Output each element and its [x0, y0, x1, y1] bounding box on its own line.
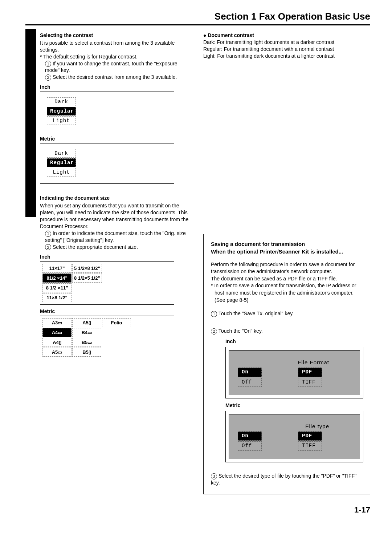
- step7-l1: In order to indicate the document size, …: [45, 230, 186, 243]
- tiff-button[interactable]: TIFF: [298, 378, 322, 387]
- size-button[interactable]: A5▭: [42, 348, 72, 357]
- inch-label: Inch: [40, 254, 192, 260]
- circled-2-icon: 2: [211, 328, 217, 335]
- page-number: 1-17: [25, 505, 370, 515]
- section-header: Section 1 Fax Operation Basic Use: [25, 11, 370, 25]
- size-button[interactable]: Folio: [102, 318, 131, 327]
- step6-sidebar: [25, 29, 36, 217]
- save-s3: Select the desired type of file by touch…: [211, 473, 356, 486]
- dc-dark: Dark: For transmitting light documents a…: [203, 39, 370, 46]
- step6-title: Selecting the contrast: [40, 32, 192, 39]
- save-s1: Touch the "Save Tx. original" key.: [219, 311, 294, 316]
- step7-l2: Select the appropriate document size.: [53, 244, 138, 250]
- dc-regular: Regular: For transmitting document with …: [203, 46, 370, 53]
- metric-label: Metric: [40, 308, 192, 314]
- light-button[interactable]: Light: [47, 168, 76, 177]
- circled-1-icon: 1: [211, 311, 217, 317]
- save-p3: * In order to save a document for transm…: [211, 282, 363, 304]
- regular-button[interactable]: Regular: [47, 158, 76, 167]
- size-inch-panel: 11×17" 81/2 ×14" 8 1/2 ×11" 11×8 1/2" 5 …: [40, 261, 174, 305]
- dark-button[interactable]: Dark: [47, 149, 76, 158]
- size-button[interactable]: 81/2 ×14": [42, 274, 72, 283]
- pdf-button[interactable]: PDF: [298, 432, 322, 441]
- contrast-metric-panel: Dark Regular Light: [40, 143, 174, 184]
- dc-light: Light: For transmitting dark documents a…: [203, 53, 370, 60]
- size-button[interactable]: 8 1/2×5 1/2": [72, 274, 102, 283]
- circled-2-icon: 2: [45, 244, 51, 250]
- save-p2: The document can be saved as a PDF file …: [211, 275, 363, 283]
- circled-2-icon: 2: [45, 74, 51, 81]
- circled-1-icon: 1: [45, 61, 51, 67]
- circled-1-icon: 1: [45, 231, 51, 237]
- size-metric-panel: A3▭ A4▭ A4▯ A5▭ A5▯ B4▭ B5▭ B5▯ Folio: [40, 316, 174, 359]
- file-type-label: File type: [238, 422, 351, 430]
- save-inch-panel: File Format On Off PDF TIFF: [229, 350, 360, 395]
- step6-note: * The default setting is for Regular con…: [40, 53, 192, 60]
- save-s2: Touch the "On" key.: [219, 328, 263, 334]
- size-button[interactable]: 8 1/2 ×11": [42, 283, 72, 292]
- on-button[interactable]: On: [238, 432, 262, 441]
- step7-title: Indicating the document size: [40, 195, 192, 202]
- save-p1: Perform the following procedure in order…: [211, 261, 363, 275]
- size-button[interactable]: 11×8 1/2": [42, 293, 72, 302]
- save-metric-panel: File type On Off PDF TIFF: [229, 414, 360, 459]
- contrast-inch-panel: Dark Regular Light: [40, 92, 174, 132]
- step6-l2: Select the desired contrast from among t…: [53, 74, 177, 80]
- size-button[interactable]: 5 1/2×8 1/2": [72, 264, 102, 273]
- step7-desc: When you set any documents that you want…: [40, 202, 192, 230]
- off-button[interactable]: Off: [238, 378, 262, 387]
- file-format-label: File Format: [238, 358, 351, 366]
- size-button[interactable]: A3▭: [42, 318, 72, 327]
- size-button[interactable]: B4▭: [72, 328, 101, 337]
- doc-contrast-title: ● Document contrast: [203, 32, 370, 39]
- light-button[interactable]: Light: [47, 116, 76, 125]
- size-button[interactable]: A5▯: [72, 318, 101, 327]
- size-button[interactable]: B5▭: [72, 338, 101, 347]
- pdf-button[interactable]: PDF: [298, 368, 322, 377]
- step6-desc: It is possible to select a contrast from…: [40, 40, 192, 53]
- dark-button[interactable]: Dark: [47, 97, 76, 106]
- size-button[interactable]: A4▯: [42, 338, 72, 347]
- size-button[interactable]: B5▯: [72, 348, 101, 357]
- size-button[interactable]: 11×17": [42, 264, 72, 273]
- inch-label: Inch: [40, 84, 192, 90]
- regular-button[interactable]: Regular: [47, 107, 76, 116]
- off-button[interactable]: Off: [238, 441, 262, 451]
- circled-3-icon: 3: [211, 473, 217, 479]
- size-button[interactable]: A4▭: [42, 328, 72, 337]
- save-box: Saving a document for transmission When …: [203, 234, 370, 495]
- on-button[interactable]: On: [238, 368, 262, 377]
- metric-label: Metric: [225, 402, 363, 409]
- inch-label: Inch: [225, 338, 363, 345]
- save-h2: When the optional Printer/Scanner Kit is…: [211, 248, 363, 255]
- step6-l1: If you want to change the contrast, touc…: [45, 61, 177, 73]
- save-h1: Saving a document for transmission: [211, 240, 363, 248]
- metric-label: Metric: [40, 136, 192, 142]
- tiff-button[interactable]: TIFF: [298, 441, 322, 451]
